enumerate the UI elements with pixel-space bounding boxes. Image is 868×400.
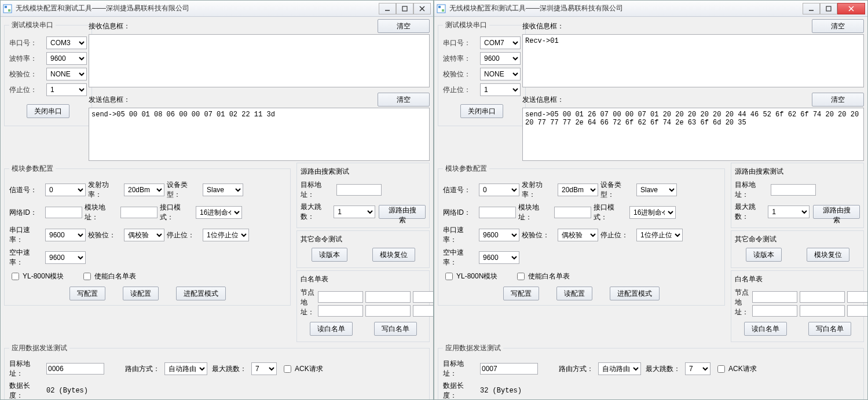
txpwr-select[interactable]: 20dBm	[558, 184, 598, 196]
wl-input-2[interactable]	[800, 291, 845, 303]
ifmode-select[interactable]: 16进制命令	[629, 206, 676, 219]
yl800n-checkbox[interactable]: YL-800N模块	[9, 271, 64, 282]
parity-select[interactable]: NONE	[480, 68, 521, 80]
route-target-input[interactable]	[336, 184, 382, 196]
cfg-parity-select[interactable]: 偶校验	[558, 229, 598, 241]
cfg-stop-select[interactable]: 1位停止位	[636, 229, 683, 241]
minimize-button[interactable]	[379, 3, 396, 14]
data-len-label: 数据长度：	[9, 381, 42, 399]
enter-config-button[interactable]: 进配置模式	[610, 287, 660, 300]
wl-input-1[interactable]	[752, 291, 797, 303]
devtype-select[interactable]: Slave	[636, 184, 677, 196]
app-hops-select[interactable]: 7	[685, 362, 710, 375]
port-select[interactable]: COM7	[480, 36, 521, 49]
ifmode-select[interactable]: 16进制命令	[196, 206, 242, 219]
maximize-button[interactable]	[820, 3, 837, 14]
app-target-input[interactable]	[46, 363, 104, 375]
module-reset-button[interactable]: 模块复位	[372, 248, 415, 262]
uart-select[interactable]: 9600	[45, 229, 86, 241]
route-hops-select[interactable]: 1	[768, 205, 810, 218]
close-button[interactable]	[413, 3, 431, 14]
cfg-parity-select[interactable]: 偶校验	[124, 229, 164, 241]
parity-select[interactable]: NONE	[46, 68, 87, 80]
wl-input-6[interactable]	[413, 305, 433, 317]
app-legend: 应用数据发送测试	[443, 343, 503, 353]
read-version-button[interactable]: 读版本	[312, 248, 347, 262]
txpwr-label: 发射功率：	[522, 180, 555, 200]
devtype-select[interactable]: Slave	[203, 184, 243, 196]
channel-select[interactable]: 0	[479, 184, 519, 196]
yl800n-checkbox[interactable]: YL-800N模块	[443, 271, 497, 282]
route-search-button[interactable]: 源路由搜索	[813, 205, 860, 219]
read-config-button[interactable]: 读配置	[123, 287, 159, 300]
read-version-button[interactable]: 读版本	[746, 248, 782, 262]
txpwr-select[interactable]: 20dBm	[124, 184, 164, 196]
app-target-input[interactable]	[480, 363, 538, 375]
write-whitelist-button[interactable]: 写白名单	[808, 322, 851, 336]
close-button[interactable]	[837, 3, 865, 14]
wl-input-5[interactable]	[365, 305, 411, 317]
wl-input-2[interactable]	[365, 291, 411, 303]
port-select[interactable]: COM3	[46, 36, 87, 49]
ack-checkbox[interactable]: ACK请求	[715, 364, 757, 375]
app-icon	[3, 4, 12, 13]
whitelist-enable-checkbox[interactable]: 使能白名单表	[515, 271, 570, 282]
recv-clear-button[interactable]: 清空	[812, 19, 864, 33]
send-clear-button[interactable]: 清空	[812, 93, 864, 107]
recv-textarea[interactable]	[89, 34, 430, 87]
send-clear-button[interactable]: 清空	[378, 93, 430, 107]
write-config-button[interactable]: 写配置	[503, 287, 539, 300]
write-whitelist-button[interactable]: 写白名单	[374, 322, 417, 336]
air-select[interactable]: 9600	[479, 251, 519, 264]
netid-input[interactable]	[45, 207, 82, 218]
route-hops-select[interactable]: 1	[334, 205, 375, 218]
send-textarea[interactable]: send->05 00 01 08 06 00 00 07 01 02 22 1…	[89, 108, 430, 161]
modaddr-input[interactable]	[120, 207, 158, 218]
baud-select[interactable]: 9600	[480, 52, 521, 65]
route-target-input[interactable]	[771, 184, 816, 196]
whitelist-legend: 白名单表	[301, 274, 426, 284]
recv-label: 接收信息框：	[89, 21, 130, 31]
svg-rect-2	[8, 9, 10, 12]
app-hops-select[interactable]: 7	[251, 362, 277, 375]
air-select[interactable]: 9600	[45, 251, 86, 264]
uart-select[interactable]: 9600	[479, 229, 519, 241]
write-config-button[interactable]: 写配置	[69, 287, 105, 300]
wl-input-4[interactable]	[752, 305, 797, 317]
wl-input-4[interactable]	[318, 305, 363, 317]
app-route-select[interactable]: 自动路由	[164, 362, 207, 375]
wl-input-5[interactable]	[800, 305, 845, 317]
netid-input[interactable]	[479, 207, 516, 218]
send-textarea[interactable]: send->05 00 01 26 07 00 00 07 01 20 20 2…	[522, 108, 864, 161]
enter-config-button[interactable]: 进配置模式	[176, 287, 226, 300]
ack-checkbox[interactable]: ACK请求	[281, 364, 323, 375]
app-route-select[interactable]: 自动路由	[598, 362, 641, 375]
recv-clear-button[interactable]: 清空	[378, 19, 430, 33]
minimize-button[interactable]	[803, 3, 820, 14]
devtype-label: 设备类型：	[167, 180, 200, 200]
baud-select[interactable]: 9600	[46, 52, 87, 65]
maximize-button[interactable]	[396, 3, 413, 14]
channel-select[interactable]: 0	[45, 184, 86, 196]
recv-textarea[interactable]: Recv->01	[522, 34, 864, 87]
whitelist-legend: 白名单表	[735, 274, 860, 284]
close-port-button[interactable]: 关闭串口	[460, 104, 503, 118]
wl-input-3[interactable]	[413, 291, 433, 303]
wl-input-1[interactable]	[318, 291, 363, 303]
read-whitelist-button[interactable]: 读白名单	[744, 322, 787, 336]
read-config-button[interactable]: 读配置	[556, 287, 592, 300]
stop-select[interactable]: 1	[46, 83, 87, 96]
route-search-button[interactable]: 源路由搜索	[379, 205, 426, 219]
read-whitelist-button[interactable]: 读白名单	[310, 322, 353, 336]
stop-label: 停止位：	[443, 85, 477, 95]
client-area: 测试模块串口 串口号：COM3 波特率：9600 校验位：NONE 停止位：1 …	[1, 17, 433, 399]
other-cmd-group: 其它命令测试 读版本模块复位	[731, 230, 864, 268]
close-port-button[interactable]: 关闭串口	[27, 104, 69, 118]
module-reset-button[interactable]: 模块复位	[807, 248, 849, 262]
whitelist-enable-checkbox[interactable]: 使能白名单表	[81, 271, 136, 282]
cfg-stop-select[interactable]: 1位停止位	[203, 229, 249, 241]
stop-select[interactable]: 1	[480, 83, 521, 96]
wl-input-6[interactable]	[847, 305, 867, 317]
wl-input-3[interactable]	[847, 291, 867, 303]
modaddr-input[interactable]	[554, 207, 591, 218]
